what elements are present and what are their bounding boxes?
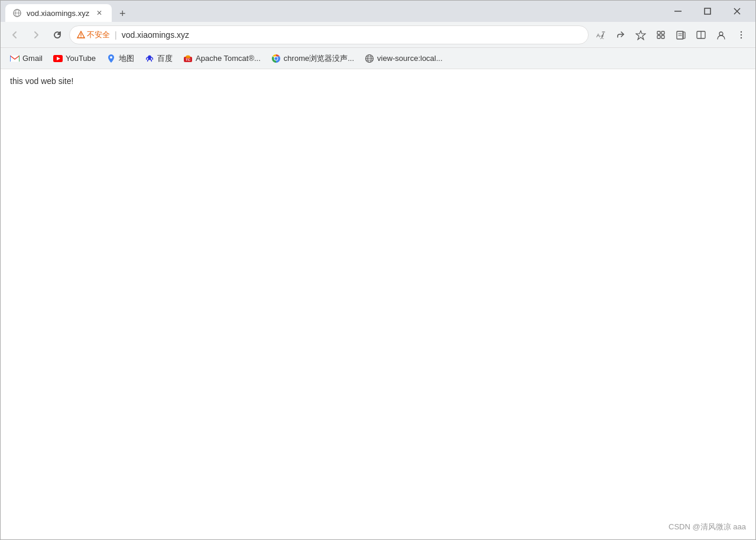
svg-point-24 bbox=[741, 34, 742, 35]
bookmark-chrome-nosound[interactable]: chrome浏览器没声... bbox=[267, 51, 359, 66]
minimize-button[interactable] bbox=[664, 2, 692, 20]
tab-title: vod.xiaomings.xyz bbox=[27, 9, 89, 18]
reading-list-button[interactable] bbox=[671, 25, 690, 44]
svg-point-8 bbox=[80, 36, 81, 37]
svg-point-39 bbox=[274, 57, 277, 60]
svg-text:文: 文 bbox=[600, 35, 604, 39]
share-button[interactable] bbox=[611, 25, 630, 44]
svg-marker-11 bbox=[636, 31, 645, 40]
svg-rect-14 bbox=[657, 35, 660, 38]
bookmark-youtube-label: YouTube bbox=[66, 54, 96, 63]
forward-button[interactable] bbox=[27, 25, 46, 44]
tab-area: vod.xiaomings.xyz ✕ + bbox=[5, 1, 657, 22]
bookmark-gmail-label: Gmail bbox=[22, 54, 43, 63]
bookmark-maps-label: 地图 bbox=[119, 53, 134, 64]
svg-point-31 bbox=[110, 56, 112, 59]
svg-rect-13 bbox=[661, 31, 664, 34]
tab-close-button[interactable]: ✕ bbox=[94, 8, 105, 18]
menu-button[interactable] bbox=[732, 25, 751, 44]
bookmark-baidu-label: 百度 bbox=[157, 53, 173, 64]
bookmarks-bar: Gmail YouTube 地图 bbox=[1, 48, 755, 69]
svg-rect-15 bbox=[661, 35, 664, 38]
reload-button[interactable] bbox=[48, 25, 67, 44]
profile-button[interactable] bbox=[712, 25, 731, 44]
bookmark-viewsource[interactable]: view-source:local... bbox=[360, 51, 447, 66]
chrome-icon bbox=[271, 54, 281, 63]
close-button[interactable] bbox=[723, 2, 751, 20]
new-tab-button[interactable]: + bbox=[114, 5, 131, 22]
baidu-icon bbox=[145, 54, 154, 63]
bookmark-chrome-nosound-label: chrome浏览器没声... bbox=[284, 53, 354, 64]
maps-icon bbox=[106, 54, 116, 63]
youtube-icon bbox=[53, 54, 63, 63]
svg-rect-19 bbox=[683, 32, 685, 38]
svg-point-22 bbox=[719, 32, 723, 35]
page-content: this vod web site! CSDN @清风微凉 aaa bbox=[1, 69, 755, 539]
titlebar: vod.xiaomings.xyz ✕ + bbox=[1, 1, 755, 22]
globe-icon bbox=[365, 54, 374, 63]
address-bar[interactable]: 不安全 | vod.xiaomings.xyz bbox=[69, 25, 589, 44]
split-button[interactable] bbox=[692, 25, 710, 44]
bookmark-maps[interactable]: 地图 bbox=[102, 51, 139, 66]
bookmark-button[interactable] bbox=[631, 25, 650, 44]
bookmark-baidu[interactable]: 百度 bbox=[140, 51, 177, 66]
security-label: 不安全 bbox=[87, 30, 110, 40]
svg-rect-12 bbox=[657, 31, 660, 34]
security-warning: 不安全 bbox=[77, 30, 110, 40]
address-divider: | bbox=[115, 30, 117, 40]
bookmark-gmail[interactable]: Gmail bbox=[5, 51, 47, 66]
extensions-button[interactable] bbox=[651, 25, 670, 44]
window-controls bbox=[664, 2, 751, 20]
maximize-button[interactable] bbox=[694, 2, 721, 20]
translate-button[interactable]: A 文 bbox=[591, 25, 610, 44]
bookmark-tomcat[interactable]: TC Apache Tomcat®... bbox=[179, 51, 265, 66]
svg-point-23 bbox=[741, 31, 742, 32]
toolbar-actions: A 文 bbox=[591, 25, 751, 44]
svg-rect-4 bbox=[705, 8, 710, 14]
address-url: vod.xiaomings.xyz bbox=[122, 30, 189, 40]
browser-window: vod.xiaomings.xyz ✕ + bbox=[0, 0, 756, 540]
bookmark-viewsource-label: view-source:local... bbox=[377, 54, 443, 63]
watermark: CSDN @清风微凉 aaa bbox=[669, 522, 746, 532]
gmail-icon bbox=[10, 54, 20, 63]
tomcat-icon: TC bbox=[183, 54, 193, 63]
active-tab[interactable]: vod.xiaomings.xyz ✕ bbox=[5, 4, 112, 22]
back-button[interactable] bbox=[5, 25, 24, 44]
navigation-toolbar: 不安全 | vod.xiaomings.xyz A 文 bbox=[1, 22, 755, 48]
bookmark-tomcat-label: Apache Tomcat®... bbox=[196, 54, 261, 63]
svg-rect-26 bbox=[10, 55, 20, 62]
svg-point-25 bbox=[741, 37, 742, 38]
svg-point-32 bbox=[148, 55, 151, 59]
svg-text:TC: TC bbox=[186, 58, 191, 62]
page-text: this vod web site! bbox=[10, 76, 746, 86]
bookmark-youtube[interactable]: YouTube bbox=[48, 51, 100, 66]
tab-favicon bbox=[12, 8, 22, 18]
